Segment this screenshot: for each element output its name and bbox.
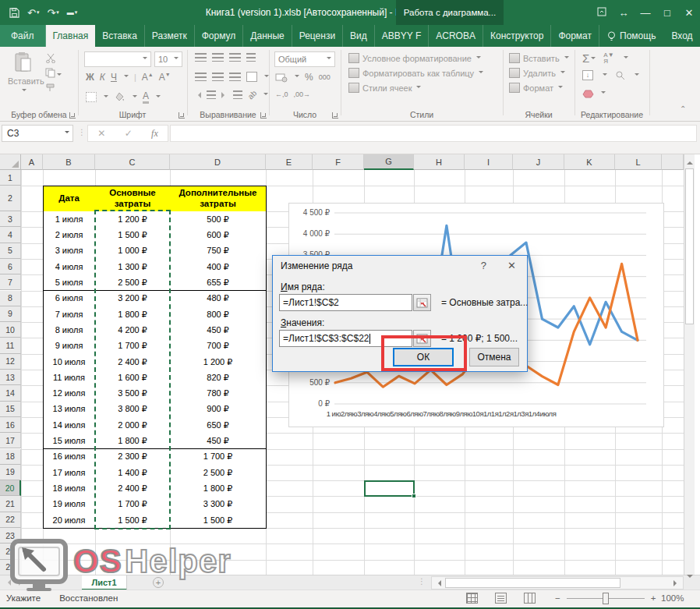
increase-indent-icon[interactable] (221, 92, 228, 98)
row-header-16[interactable]: 16 (0, 417, 21, 433)
cell[interactable]: 780 ₽ (170, 385, 267, 402)
column-header-K[interactable]: K (564, 154, 615, 170)
column-header-C[interactable]: C (95, 154, 170, 170)
comma-style-button[interactable]: 000 (319, 73, 331, 81)
minimize-button[interactable]: — (635, 7, 656, 19)
customize-qat-button[interactable]: ▬▾ (67, 9, 78, 16)
format-cells-button[interactable]: Формат (509, 83, 569, 93)
tab-разметк[interactable]: Разметк (145, 25, 195, 47)
cell[interactable]: 480 ₽ (170, 291, 267, 307)
collapse-ribbon-button[interactable]: ⌃ (680, 104, 686, 113)
scroll-left-arrow[interactable] (435, 580, 441, 586)
cell[interactable]: 700 ₽ (170, 338, 267, 354)
select-all-corner[interactable] (0, 154, 21, 170)
insert-cells-button[interactable]: Вставить (509, 53, 569, 63)
maximize-button[interactable]: □ (656, 7, 678, 19)
cell[interactable]: 1 500 ₽ (95, 512, 171, 529)
cell[interactable]: 500 ₽ (170, 211, 267, 228)
ribbon-display-options-button[interactable] (591, 7, 613, 19)
zoom-out-button[interactable]: − (555, 593, 560, 603)
clipboard-dialog-launcher[interactable] (69, 112, 76, 119)
cell[interactable]: 2 500 ₽ (170, 465, 267, 481)
row-header-21[interactable]: 21 (0, 496, 21, 512)
align-left-button[interactable] (195, 73, 207, 81)
undo-button[interactable]: ↶▾ (27, 7, 39, 19)
cell[interactable]: 1 800 ₽ (95, 306, 171, 323)
cell[interactable]: 2 июля (43, 227, 96, 243)
dialog-help-button[interactable]: ? (481, 260, 486, 271)
cell[interactable]: 4 200 ₽ (95, 322, 171, 338)
cell[interactable]: 17 июля (43, 465, 96, 481)
tab-acroba[interactable]: ACROBA (429, 25, 483, 47)
cell[interactable]: 3 500 ₽ (95, 385, 171, 402)
cell[interactable]: 13 июля (43, 402, 96, 418)
cell[interactable]: 2 400 ₽ (95, 354, 171, 370)
cell[interactable]: 1 600 ₽ (95, 370, 171, 386)
cell[interactable]: 1 700 ₽ (170, 449, 267, 466)
cell[interactable]: 1 200 ₽ (95, 211, 171, 228)
scroll-up-arrow[interactable] (687, 158, 693, 165)
row-header-19[interactable]: 19 (0, 465, 21, 480)
cell[interactable]: 600 ₽ (170, 227, 267, 243)
tab-конструктор[interactable]: Конструктор (483, 25, 551, 47)
zoom-level[interactable]: 100% (661, 593, 684, 603)
zoom-in-button[interactable]: + (651, 593, 656, 603)
clear-button[interactable] (582, 89, 594, 98)
cell[interactable]: 2 300 ₽ (95, 449, 171, 466)
cell[interactable]: 900 ₽ (170, 402, 267, 418)
table-header-cell[interactable]: Основные затраты (95, 186, 171, 212)
cell[interactable]: 2 500 ₽ (95, 274, 171, 291)
number-format-combo[interactable]: Общий (274, 51, 335, 67)
next-sheet-arrow[interactable] (19, 579, 25, 586)
row-header-4[interactable]: 4 (0, 227, 21, 243)
cell[interactable]: 12 июля (43, 385, 96, 402)
tab-вид[interactable]: Вид (343, 25, 375, 47)
cell[interactable]: 1 700 ₽ (95, 496, 171, 512)
cancel-button[interactable]: Отмена (469, 348, 519, 366)
scroll-right-arrow[interactable] (673, 580, 680, 586)
table-header-cell[interactable]: Дополнительные затраты (170, 186, 267, 212)
paste-button[interactable]: Вставить (8, 51, 39, 95)
cell[interactable]: 820 ₽ (170, 370, 267, 386)
cell[interactable]: 6 июля (43, 291, 96, 307)
copy-button[interactable] (45, 68, 62, 80)
cell[interactable]: 1 июля (43, 211, 96, 228)
column-header-I[interactable]: I (465, 154, 513, 170)
align-right-button[interactable] (229, 73, 241, 81)
cell[interactable]: 3 300 ₽ (170, 496, 267, 512)
italic-button[interactable]: К (100, 72, 105, 83)
align-bottom-button[interactable] (229, 53, 241, 62)
formula-input[interactable] (170, 125, 697, 142)
active-cell-G20[interactable] (364, 480, 415, 497)
cell[interactable]: 1 500 ₽ (95, 227, 171, 243)
close-button[interactable]: ✕ (678, 7, 700, 19)
row-header-1[interactable]: 1 (0, 170, 21, 186)
cell[interactable]: 19 июля (43, 496, 96, 512)
redo-button[interactable]: ↷▾ (47, 7, 58, 19)
page-layout-view-button[interactable] (495, 593, 507, 604)
autosum-button[interactable]: Σ (582, 51, 596, 65)
decrease-decimal-button[interactable]: ,00→ (294, 90, 311, 98)
tab-формат[interactable]: Формат (551, 25, 599, 47)
cell[interactable]: 1 500 ₽ (170, 512, 267, 529)
fill-handle[interactable] (412, 494, 416, 498)
cell-styles-button[interactable]: Стили ячеек (348, 83, 483, 93)
increase-decimal-button[interactable]: ←,0 (275, 90, 288, 98)
cell[interactable]: 15 июля (43, 433, 96, 449)
cell[interactable]: 1 800 ₽ (170, 480, 267, 497)
cell[interactable]: 1 800 ₽ (95, 433, 171, 449)
decrease-indent-button[interactable] (207, 90, 216, 99)
prev-sheet-arrow[interactable] (5, 579, 11, 586)
cell[interactable]: 16 июля (43, 449, 96, 466)
cell[interactable]: 1 700 ₽ (95, 338, 171, 354)
delete-cells-button[interactable]: Удалить (509, 68, 569, 78)
new-sheet-button[interactable]: + (153, 577, 164, 588)
fill-button[interactable]: ↓ (582, 70, 593, 80)
increase-indent-button[interactable] (233, 90, 242, 99)
row-header-22[interactable]: 22 (0, 512, 21, 528)
cell[interactable]: 1 000 ₽ (95, 243, 171, 260)
merge-center-button[interactable] (246, 72, 257, 82)
wrap-text-button[interactable] (246, 53, 256, 62)
column-header-H[interactable]: H (414, 154, 465, 170)
tab-вставка[interactable]: Вставка (95, 25, 145, 47)
